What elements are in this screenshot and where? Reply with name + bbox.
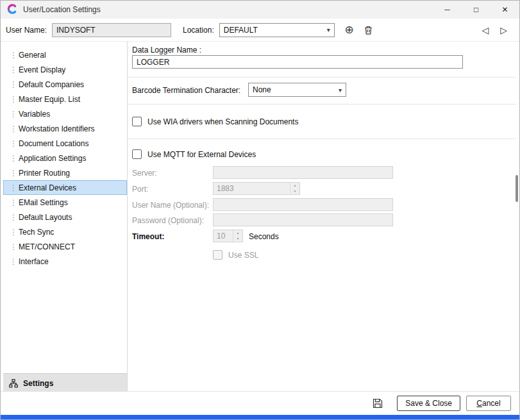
sidebar-item-external-devices[interactable]: ⋮External Devices xyxy=(3,180,127,195)
port-value: 1883 xyxy=(214,183,290,194)
sidebar-item-variables[interactable]: ⋮Variables xyxy=(3,106,127,121)
sidebar-item-label: Printer Routing xyxy=(19,169,70,178)
barcode-termination-dropdown[interactable]: None ▾ xyxy=(248,83,346,97)
location-value: DEFAULT xyxy=(224,26,258,35)
sidebar-item-met-connect[interactable]: ⋮MET/CONNECT xyxy=(3,239,127,254)
minimize-icon: ─ xyxy=(444,6,450,13)
spin-up-icon: ▲ xyxy=(233,230,242,236)
sidebar-item-general[interactable]: ⋮General xyxy=(3,47,127,62)
sidebar-item-application-settings[interactable]: ⋮Application Settings xyxy=(3,151,127,165)
window-title: User/Location Settings xyxy=(23,5,101,14)
mqtt-password-label: Password (Optional): xyxy=(132,216,204,225)
sidebar-item-email-settings[interactable]: ⋮EMail Settings xyxy=(3,195,127,210)
mqtt-checkbox[interactable] xyxy=(132,149,142,159)
mqtt-checkbox-row: Use MQTT for External Devices xyxy=(132,149,256,159)
timeout-spinner-buttons[interactable]: ▲ ▼ xyxy=(233,230,242,242)
sidebar-footer-label: Settings xyxy=(23,379,53,388)
sidebar-item-label: MET/CONNECT xyxy=(19,242,75,251)
arrow-left-icon: ◁ xyxy=(482,25,489,35)
port-spinner[interactable]: 1883 ▲ ▼ xyxy=(213,182,300,195)
mqtt-username-input[interactable] xyxy=(213,198,393,211)
save-and-close-button[interactable]: Save & Close xyxy=(397,396,460,411)
sidebar-item-document-locations[interactable]: ⋮Document Locations xyxy=(3,136,127,151)
maximize-button[interactable]: □ xyxy=(462,1,491,19)
wia-checkbox[interactable] xyxy=(132,117,142,126)
chevron-down-icon: ▾ xyxy=(339,87,342,94)
sidebar-item-master-equip-list[interactable]: ⋮Master Equip. List xyxy=(3,92,127,106)
sidebar-item-interface[interactable]: ⋮Interface xyxy=(3,254,127,269)
data-logger-name-input[interactable] xyxy=(132,55,463,69)
sidebar-item-default-companies[interactable]: ⋮Default Companies xyxy=(3,77,127,92)
server-input[interactable] xyxy=(213,166,393,179)
cancel-label: Cancel xyxy=(476,399,500,408)
delete-location-button[interactable] xyxy=(362,23,376,37)
timeout-seconds-label: Seconds xyxy=(249,232,279,241)
wia-checkbox-label: Use WIA drivers when Scanning Documents xyxy=(147,117,298,126)
port-spinner-buttons[interactable]: ▲ ▼ xyxy=(290,183,299,194)
add-location-button[interactable]: ⊕ xyxy=(342,23,356,37)
chevron-down-icon: ▾ xyxy=(327,26,330,33)
add-circle-icon: ⊕ xyxy=(345,23,354,37)
timeout-value: 10 xyxy=(214,230,233,242)
sidebar-item-printer-routing[interactable]: ⋮Printer Routing xyxy=(3,165,127,180)
spin-up-icon: ▲ xyxy=(290,183,299,189)
sidebar-item-label: External Devices xyxy=(19,183,76,192)
wia-checkbox-row: Use WIA drivers when Scanning Documents xyxy=(132,117,298,126)
location-label: Location: xyxy=(183,26,214,35)
location-dropdown[interactable]: DEFAULT ▾ xyxy=(219,23,335,37)
sitemap-icon xyxy=(9,379,18,388)
barcode-termination-label: Barcode Termination Character: xyxy=(132,86,240,95)
sidebar-item-label: Tech Sync xyxy=(19,228,54,237)
external-devices-panel: Data Logger Name : Barcode Termination C… xyxy=(128,42,516,392)
grip-dots-icon: ⋮ xyxy=(10,183,13,192)
grip-dots-icon: ⋮ xyxy=(10,110,13,119)
mqtt-password-input[interactable] xyxy=(213,214,393,226)
grip-dots-icon: ⋮ xyxy=(10,80,13,89)
sidebar-item-workstation-identifiers[interactable]: ⋮Workstation Identifiers xyxy=(3,121,127,136)
close-icon: ✕ xyxy=(501,6,508,13)
titlebar: User/Location Settings ─ □ ✕ xyxy=(1,1,519,19)
sidebar-item-label: Event Display xyxy=(19,65,65,74)
bottom-action-bar: Save & Close Cancel xyxy=(1,391,519,415)
grip-dots-icon: ⋮ xyxy=(10,65,13,74)
user-name-input[interactable] xyxy=(52,23,171,37)
timeout-spinner[interactable]: 10 ▲ ▼ xyxy=(213,230,243,242)
sidebar-item-label: Interface xyxy=(19,257,49,266)
grip-dots-icon: ⋮ xyxy=(10,95,13,104)
sidebar-list: ⋮General⋮Event Display⋮Default Companies… xyxy=(3,42,127,269)
user-location-settings-dialog: User/Location Settings ─ □ ✕ User Name: … xyxy=(0,0,520,420)
toolbar: User Name: Location: DEFAULT ▾ ⊕ ◁ ▷ xyxy=(1,19,519,42)
save-and-close-label: Save & Close xyxy=(405,399,452,408)
sidebar-item-default-layouts[interactable]: ⋮Default Layouts xyxy=(3,210,127,224)
cancel-button[interactable]: Cancel xyxy=(466,396,511,411)
sidebar-item-label: Default Companies xyxy=(19,80,84,89)
nav-next-button[interactable]: ▷ xyxy=(497,25,510,35)
timeout-label: Timeout: xyxy=(132,232,164,241)
sidebar: ⋮General⋮Event Display⋮Default Companies… xyxy=(3,42,128,392)
section-divider xyxy=(128,77,516,78)
app-logo-icon xyxy=(7,4,17,16)
sidebar-item-tech-sync[interactable]: ⋮Tech Sync xyxy=(3,224,127,239)
grip-dots-icon: ⋮ xyxy=(10,228,13,237)
spin-down-icon: ▼ xyxy=(233,236,242,242)
grip-dots-icon: ⋮ xyxy=(10,257,13,266)
ssl-checkbox-label: Use SSL xyxy=(228,251,258,260)
nav-previous-button[interactable]: ◁ xyxy=(478,25,492,35)
save-button[interactable] xyxy=(369,395,386,412)
scrollbar-thumb[interactable] xyxy=(516,175,518,202)
grip-dots-icon: ⋮ xyxy=(10,169,13,178)
minimize-button[interactable]: ─ xyxy=(433,1,462,19)
sidebar-footer-settings[interactable]: Settings xyxy=(3,373,127,392)
sidebar-item-event-display[interactable]: ⋮Event Display xyxy=(3,62,127,77)
sidebar-item-label: Master Equip. List xyxy=(19,95,80,104)
sidebar-item-label: EMail Settings xyxy=(19,198,68,207)
grip-dots-icon: ⋮ xyxy=(10,198,13,207)
mqtt-username-label: User Name (Optional): xyxy=(132,201,209,210)
data-logger-name-label: Data Logger Name : xyxy=(132,46,201,55)
close-button[interactable]: ✕ xyxy=(491,1,519,19)
user-name-label: User Name: xyxy=(6,26,47,35)
ssl-checkbox-row: Use SSL xyxy=(213,250,258,260)
sidebar-item-label: Application Settings xyxy=(19,154,86,163)
maximize-icon: □ xyxy=(474,6,478,13)
barcode-termination-value: None xyxy=(253,85,271,94)
